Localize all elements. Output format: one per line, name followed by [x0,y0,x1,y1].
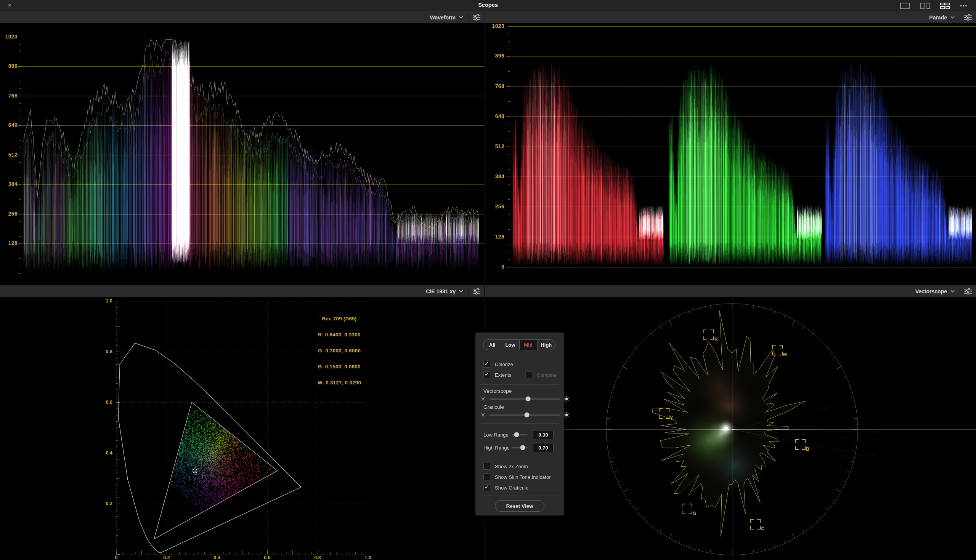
high-range-label: High Range [483,445,511,451]
axis-tick-label: 640 [1,122,18,128]
slider-thumb[interactable] [524,413,529,418]
axis-tick-label: 0.2 [161,555,172,560]
vectorscope-brightness-slider[interactable] [489,398,560,400]
axis-tick-label: 256 [488,203,505,210]
brightness-low-icon [481,413,485,417]
brightness-low-icon [481,397,485,401]
layout-four-up-icon[interactable] [940,3,950,9]
tab-mid[interactable]: Mid [519,340,537,350]
axis-tick-label: 1.0 [102,298,112,303]
reset-view-button[interactable]: Reset View [495,500,545,512]
vectorscope-target-m: M [772,345,783,355]
show-graticule-label: Show Graticule [495,485,528,491]
cie-red-primary: R: 0.6400, 0.3300 [294,332,385,338]
show-skin-tone-checkbox[interactable] [483,473,490,480]
vectorscope-scope-label: Vectorscope [915,288,947,295]
cie-canvas [0,297,484,560]
graticule-brightness-label: Graticule [475,404,572,410]
axis-tick-label: 128 [488,233,505,240]
scopes-window: × Scopes ••• Waveform Parade [0,0,976,560]
vectorscope-scope-selector[interactable]: Vectorscope [915,288,959,295]
vectorscope-target-g: G [682,503,692,514]
high-range-slider[interactable] [511,447,528,448]
waveform-scope-selector[interactable]: Waveform [430,15,468,20]
colorize-label: Colorize [495,362,513,367]
chevron-down-icon [951,16,955,19]
combine-label: Combine [537,372,557,378]
axis-tick-label: 0.8 [102,349,112,354]
layout-single-icon[interactable] [900,3,910,9]
parade-canvas [485,23,976,285]
axis-tick-label: 0.6 [102,400,112,405]
vectorscope-target-y: Y [659,408,670,419]
slider-thumb[interactable] [514,432,519,437]
axis-tick-label: 640 [488,113,505,119]
extents-checkbox[interactable] [483,372,490,378]
tab-low[interactable]: Low [501,340,519,350]
layout-two-up-icon[interactable] [920,3,930,9]
vectorscope-brightness-label: Vectorscope [475,388,572,394]
cie-gamut-name: Rec.709 (D65) [294,316,385,322]
cie-settings-icon[interactable] [468,285,485,297]
axis-tick-label: 0.6 [262,555,272,560]
axis-tick-label: 384 [1,181,18,187]
axis-tick-label: 0 [488,263,505,270]
vectorscope-target-c: C [750,519,760,530]
scope-header-row-bottom: CIE 1931 xy Vectorscope [0,285,976,298]
show-2x-zoom-checkbox[interactable] [483,463,490,470]
waveform-canvas [0,23,484,285]
low-range-label: Low Range [483,432,511,438]
colorize-checkbox[interactable] [483,361,490,368]
cie-green-primary: G: 0.3000, 0.6000 [294,348,385,354]
brightness-high-icon [564,412,569,418]
axis-tick-label: 512 [1,152,18,158]
axis-tick-label: 384 [488,173,505,180]
chevron-down-icon [951,290,955,293]
waveform-scope-panel: 1023896768640512384256128 [0,23,484,285]
layout-controls: ••• [900,0,968,12]
cie-blue-primary: B: 0.1500, 0.0600 [294,364,385,370]
waveform-scope-label: Waveform [430,15,456,20]
tab-all[interactable]: All [483,340,501,350]
low-range-slider[interactable] [511,434,528,435]
axis-tick-label: 0 [111,555,122,560]
show-graticule-checkbox[interactable] [483,484,490,491]
axis-tick-label: 1023 [1,33,18,40]
show-2x-zoom-label: Show 2x Zoom [495,463,528,469]
axis-tick-label: 1023 [488,23,505,29]
axis-tick-label: 512 [488,143,505,149]
parade-settings-icon[interactable] [960,12,976,23]
more-options-icon[interactable]: ••• [960,3,968,9]
cie-gamut-readout: Rec.709 (D65) R: 0.6400, 0.3300 G: 0.300… [294,316,385,396]
tab-high[interactable]: High [537,340,555,350]
cie-scope-selector[interactable]: CIE 1931 xy [426,288,468,295]
slider-thumb[interactable] [526,397,531,402]
vectorscope-settings-popup: All Low Mid High Colorize Extents Combin… [475,332,564,516]
parade-scope-selector[interactable]: Parade [929,15,959,20]
chevron-down-icon [459,16,463,19]
axis-tick-label: 896 [488,53,505,59]
show-skin-tone-label: Show Skin Tone Indicator [495,474,550,480]
axis-tick-label: 128 [1,240,18,246]
vectorscope-settings-icon[interactable] [960,285,976,297]
window-title: Scopes [0,2,976,8]
low-range-value[interactable]: 0.30 [533,430,553,439]
cie-white-point: W: 0.3127, 0.3290 [294,380,385,386]
graticule-brightness-slider[interactable] [489,415,560,416]
brightness-high-icon [564,396,569,402]
parade-scope-panel: 10238967686405123842561280 [485,23,976,285]
axis-tick-label: 896 [1,63,18,69]
cie-diagram-panel: 1.00.80.60.40.200.20.40.60.81.0 Rec.709 … [0,297,484,560]
axis-tick-label: 0.8 [312,555,323,560]
vectorscope-target-r: R [704,330,714,340]
high-range-value[interactable]: 0.70 [533,443,553,452]
axis-tick-label: 0.4 [102,450,112,456]
axis-tick-label: 0.4 [212,555,222,560]
waveform-settings-icon[interactable] [468,12,485,23]
combine-checkbox[interactable] [525,372,532,378]
extents-label: Extents [495,372,515,378]
scope-header-row-top: Waveform Parade [0,12,976,23]
slider-thumb[interactable] [520,445,525,450]
parade-scope-label: Parade [929,15,947,20]
axis-tick-label: 1.0 [363,555,373,560]
